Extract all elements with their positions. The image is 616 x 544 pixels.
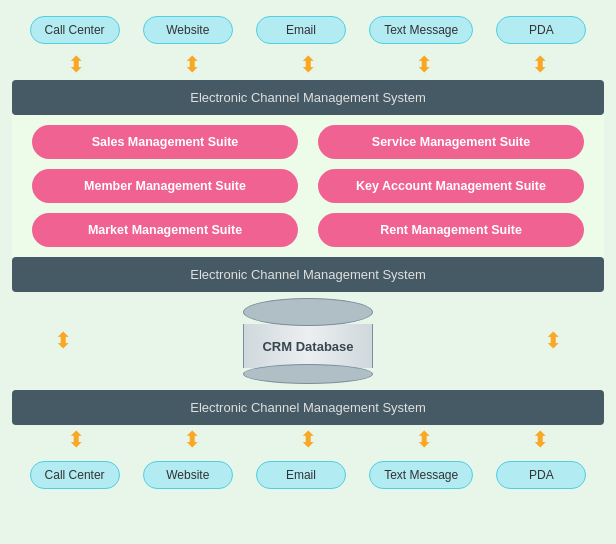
left-mid-arrow: ⬍ [18, 328, 108, 354]
middle-section: ⬍ CRM Database ⬍ [8, 292, 608, 390]
bottom-arrow-row: ⬍ ⬍ ⬍ ⬍ ⬍ [8, 425, 608, 455]
arrow-4: ⬍ [379, 52, 469, 78]
top-dark-bar: Electronic Channel Management System [12, 80, 604, 115]
bot-arrow-1: ⬍ [31, 427, 121, 453]
arrow-5: ⬍ [495, 52, 585, 78]
bot-arrow-3: ⬍ [263, 427, 353, 453]
top-channel-row: Call Center Website Email Text Message P… [8, 10, 608, 50]
bot-arrow-5: ⬍ [495, 427, 585, 453]
bottom-channel-row: Call Center Website Email Text Message P… [8, 455, 608, 495]
bot-channel-pda: PDA [496, 461, 586, 489]
right-mid-arrow: ⬍ [508, 328, 598, 354]
middle-dark-bar: Electronic Channel Management System [12, 257, 604, 292]
arrow-2: ⬍ [147, 52, 237, 78]
suite-rent: Rent Management Suite [318, 213, 584, 247]
crm-center: CRM Database [108, 298, 508, 384]
crm-database: CRM Database [243, 298, 373, 384]
db-top [243, 298, 373, 326]
bot-arrow-2: ⬍ [147, 427, 237, 453]
top-channel-call-center: Call Center [30, 16, 120, 44]
bot-arrow-4: ⬍ [379, 427, 469, 453]
top-channel-text-message: Text Message [369, 16, 473, 44]
db-body: CRM Database [243, 324, 373, 368]
top-channel-website: Website [143, 16, 233, 44]
suite-area: Sales Management Suite Service Managemen… [12, 115, 604, 257]
arrow-1: ⬍ [31, 52, 121, 78]
suite-key-account: Key Account Management Suite [318, 169, 584, 203]
suite-market: Market Management Suite [32, 213, 298, 247]
bot-channel-call-center: Call Center [30, 461, 120, 489]
db-bottom [243, 364, 373, 384]
bot-channel-text-message: Text Message [369, 461, 473, 489]
suite-service: Service Management Suite [318, 125, 584, 159]
top-channel-email: Email [256, 16, 346, 44]
bot-channel-website: Website [143, 461, 233, 489]
main-container: Call Center Website Email Text Message P… [8, 10, 608, 495]
bottom-dark-bar: Electronic Channel Management System [12, 390, 604, 425]
top-arrow-row: ⬍ ⬍ ⬍ ⬍ ⬍ [8, 50, 608, 80]
suite-member: Member Management Suite [32, 169, 298, 203]
suite-sales: Sales Management Suite [32, 125, 298, 159]
bot-channel-email: Email [256, 461, 346, 489]
arrow-3: ⬍ [263, 52, 353, 78]
top-channel-pda: PDA [496, 16, 586, 44]
